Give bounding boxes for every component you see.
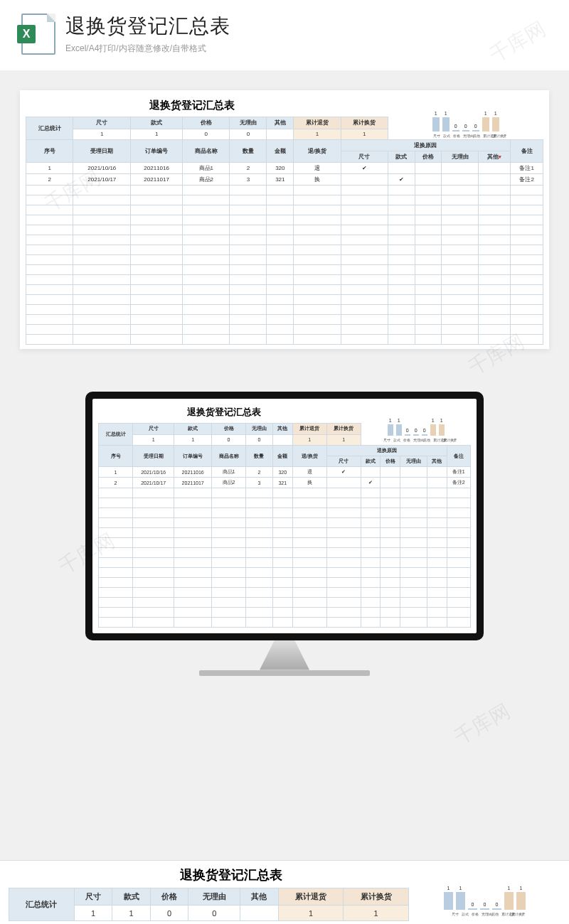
m-sv1: 1 [174,434,212,445]
cell-qty[interactable]: 3 [230,173,267,185]
cell-order[interactable]: 20211017 [174,478,212,488]
table-row[interactable]: 12021/10/1620211016商品12320退✔备注1 [99,467,471,478]
empty-row[interactable] [26,324,543,334]
sum-v-exchange[interactable]: 1 [341,129,388,139]
cell-type[interactable]: 换 [292,478,326,488]
empty-row[interactable] [99,598,471,608]
empty-row[interactable] [26,254,543,264]
cell-date[interactable]: 2021/10/17 [133,478,174,488]
empty-row[interactable] [26,245,543,254]
spreadsheet[interactable]: 汇总统计 尺寸 款式 价格 无理由 其他 累计退货 累计换货 1100011尺寸… [26,117,543,345]
empty-row[interactable] [99,538,471,548]
table-row[interactable]: 22021/10/1720211017商品23321换✔备注2 [99,478,471,488]
dropdown-icon[interactable]: ▾ [499,154,501,159]
cell-note[interactable]: 备注2 [447,478,471,488]
empty-row[interactable] [26,294,543,304]
cell-size[interactable]: ✔ [341,162,388,173]
cell-price[interactable] [415,173,442,185]
cell-style[interactable]: ✔ [388,173,415,185]
cell-date[interactable]: 2021/10/16 [133,467,174,478]
cell-date[interactable]: 2021/10/17 [73,173,131,185]
empty-row[interactable] [26,215,543,225]
empty-row[interactable] [26,314,543,324]
cell-style[interactable] [388,162,415,173]
cell-noreason[interactable] [442,173,479,185]
cell-amt[interactable]: 321 [267,173,294,185]
sum-v-size[interactable]: 1 [73,129,131,139]
cell-no[interactable]: 1 [99,467,133,478]
empty-row[interactable] [99,488,471,498]
cell-other[interactable] [479,162,511,173]
empty-row[interactable] [26,264,543,274]
cell-other[interactable] [427,478,447,488]
empty-row[interactable] [99,588,471,598]
cell-noreason[interactable] [442,162,479,173]
cell-order[interactable]: 20211016 [131,162,183,173]
cell-style[interactable]: ✔ [361,478,381,488]
cell-order[interactable]: 20211016 [174,467,212,478]
cell-qty[interactable]: 2 [246,467,273,478]
empty-row[interactable] [99,528,471,538]
empty-row[interactable] [26,284,543,294]
cell-other[interactable] [479,173,511,185]
sum-v-other[interactable] [267,129,294,139]
cell-name[interactable]: 商品2 [183,173,230,185]
cell-date[interactable]: 2021/10/16 [73,162,131,173]
empty-row[interactable] [99,548,471,558]
cell-price[interactable] [381,467,400,478]
cell-type[interactable]: 换 [294,173,341,185]
empty-row[interactable] [26,205,543,215]
cell-note[interactable]: 备注1 [447,467,471,478]
cell-style[interactable] [361,467,381,478]
spreadsheet-monitor: 汇总统计 尺寸 款式 价格 无理由 其他 累计退货 累计换货 1100011尺寸… [98,423,471,628]
cell-price[interactable] [381,478,400,488]
m-r0: 尺寸 [326,456,361,467]
cell-size[interactable]: ✔ [326,467,361,478]
empty-row[interactable] [99,558,471,568]
cell-size[interactable] [341,173,388,185]
cell-qty[interactable]: 2 [230,162,267,173]
cell-amt[interactable]: 321 [272,478,292,488]
cell-no[interactable]: 1 [26,162,73,173]
cell-other[interactable] [427,467,447,478]
sheet-title-strip: 退换货登记汇总表 [9,866,454,883]
empty-row[interactable] [99,508,471,518]
empty-row[interactable] [26,225,543,235]
cell-size[interactable] [326,478,361,488]
empty-row[interactable] [99,578,471,588]
cell-no[interactable]: 2 [99,478,133,488]
cell-type[interactable]: 退 [292,467,326,478]
cell-noreason[interactable] [400,478,427,488]
empty-row[interactable] [99,568,471,578]
sum-v-return[interactable]: 1 [294,129,341,139]
cell-amt[interactable]: 320 [267,162,294,173]
cell-type[interactable]: 退 [294,162,341,173]
empty-row[interactable] [99,518,471,528]
empty-row[interactable] [99,618,471,628]
cell-note[interactable]: 备注2 [511,173,543,185]
cell-noreason[interactable] [400,467,427,478]
cell-order[interactable]: 20211017 [131,173,183,185]
sum-v-style[interactable]: 1 [131,129,183,139]
empty-row[interactable] [26,185,543,195]
sum-v-noreason[interactable]: 0 [230,129,267,139]
empty-row[interactable] [99,498,471,508]
cell-name[interactable]: 商品2 [212,478,246,488]
cell-name[interactable]: 商品1 [183,162,230,173]
cell-note[interactable]: 备注1 [511,162,543,173]
cell-amt[interactable]: 320 [272,467,292,478]
empty-row[interactable] [99,608,471,618]
table-row[interactable]: 22021/10/1720211017商品23321换✔备注2 [26,173,543,185]
cell-no[interactable]: 2 [26,173,73,185]
s-sv6: 1 [344,906,409,921]
empty-row[interactable] [26,334,543,344]
empty-row[interactable] [26,195,543,205]
empty-row[interactable] [26,235,543,245]
cell-name[interactable]: 商品1 [212,467,246,478]
sum-v-price[interactable]: 0 [183,129,230,139]
empty-row[interactable] [26,274,543,284]
empty-row[interactable] [26,304,543,314]
cell-qty[interactable]: 3 [246,478,273,488]
cell-price[interactable] [415,162,442,173]
table-row[interactable]: 12021/10/1620211016商品12320退✔备注1 [26,162,543,173]
